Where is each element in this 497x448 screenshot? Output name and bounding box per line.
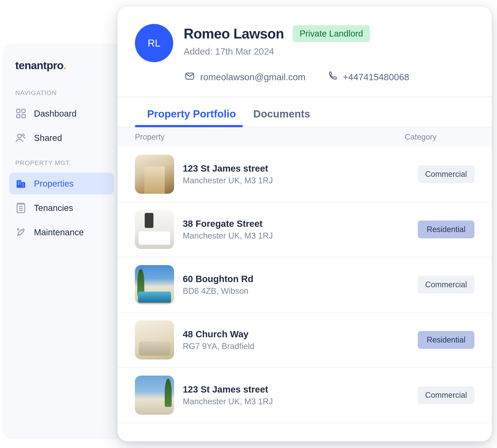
property-text: 60 Boughton Rd BD6 4ZB, Wibson xyxy=(183,274,409,296)
sidebar-item-dashboard[interactable]: Dashboard xyxy=(9,103,114,124)
tabs: Property Portfolio Documents xyxy=(135,97,474,127)
property-text: 48 Church Way RG7 9YA, Bradfield xyxy=(183,329,409,351)
property-thumbnail xyxy=(135,320,174,359)
property-subtitle: Manchester UK, M3 1RJ xyxy=(183,397,409,406)
contact-email[interactable]: romeolawson@gmail.com xyxy=(184,71,305,83)
property-title: 123 St James street xyxy=(183,384,409,395)
sidebar-item-label: Shared xyxy=(34,133,62,143)
svg-rect-2 xyxy=(17,114,20,118)
svg-rect-6 xyxy=(17,180,21,188)
property-subtitle: BD6 4ZB, Wibson xyxy=(183,287,409,296)
table-row[interactable]: 123 St James street Manchester UK, M3 1R… xyxy=(117,147,492,202)
category-badge: Commercial xyxy=(418,165,474,183)
contact-row: romeolawson@gmail.com +447415480068 xyxy=(135,71,474,83)
table-header: Property Category xyxy=(117,127,492,147)
column-header-category: Category xyxy=(405,132,474,142)
tenancies-icon xyxy=(15,202,27,214)
svg-rect-1 xyxy=(22,109,25,113)
profile-info: Romeo Lawson Private Landlord Added: 17t… xyxy=(184,24,474,57)
property-title: 60 Boughton Rd xyxy=(183,274,409,284)
property-subtitle: Manchester UK, M3 1RJ xyxy=(183,176,409,185)
svg-rect-13 xyxy=(23,186,23,186)
tab-property-portfolio[interactable]: Property Portfolio xyxy=(147,108,236,127)
sidebar: tenantpro. NAVIGATION Dashboard Shared P… xyxy=(2,44,124,439)
svg-rect-11 xyxy=(20,184,20,184)
added-date: Added: 17th Mar 2024 xyxy=(184,46,474,57)
brand-dot: . xyxy=(64,59,66,72)
nav-section-label-property-mgt: PROPERTY MGT. xyxy=(15,159,120,167)
sidebar-item-shared[interactable]: Shared xyxy=(9,127,114,149)
property-title: 48 Church Way xyxy=(183,329,409,339)
sidebar-item-label: Tenancies xyxy=(34,203,73,213)
landlord-detail-card: RL Romeo Lawson Private Landlord Added: … xyxy=(117,7,492,441)
table-row[interactable]: 38 Foregate Street Manchester UK, M3 1RJ… xyxy=(117,202,492,257)
brand-logo: tenantpro. xyxy=(15,59,120,72)
sidebar-item-label: Dashboard xyxy=(34,109,77,119)
property-text: 38 Foregate Street Manchester UK, M3 1RJ xyxy=(183,219,409,240)
tab-documents[interactable]: Documents xyxy=(253,108,310,127)
category-badge: Residential xyxy=(418,331,474,349)
sidebar-item-label: Maintenance xyxy=(34,227,84,237)
table-row[interactable]: 60 Boughton Rd BD6 4ZB, Wibson Commercia… xyxy=(117,257,492,313)
svg-rect-10 xyxy=(18,184,19,184)
contact-email-text: romeolawson@gmail.com xyxy=(200,72,305,82)
property-thumbnail xyxy=(135,155,174,194)
svg-rect-8 xyxy=(18,182,19,182)
phone-icon xyxy=(327,71,338,83)
svg-rect-12 xyxy=(23,184,23,184)
landlord-name: Romeo Lawson xyxy=(184,26,284,42)
brand-name: tenantpro xyxy=(15,59,64,72)
sidebar-item-tenancies[interactable]: Tenancies xyxy=(9,197,114,219)
table-row[interactable]: 123 St James street Manchester UK, M3 1R… xyxy=(117,368,492,423)
sidebar-item-maintenance[interactable]: Maintenance xyxy=(9,221,114,243)
svg-point-5 xyxy=(22,134,24,136)
mail-icon xyxy=(184,71,195,83)
dashboard-icon xyxy=(15,108,27,119)
shared-icon xyxy=(15,132,27,144)
category-badge: Commercial xyxy=(418,276,474,294)
sidebar-item-properties[interactable]: Properties xyxy=(9,173,114,194)
landlord-type-badge: Private Landlord xyxy=(293,25,370,42)
maintenance-icon xyxy=(15,227,27,238)
avatar: RL xyxy=(135,24,173,62)
svg-rect-3 xyxy=(22,114,25,118)
contact-phone[interactable]: +447415480068 xyxy=(327,71,409,83)
property-text: 123 St James street Manchester UK, M3 1R… xyxy=(183,384,409,406)
property-thumbnail xyxy=(135,265,174,304)
avatar-initials: RL xyxy=(148,37,161,49)
property-subtitle: RG7 9YA, Bradfield xyxy=(183,342,409,351)
table-row[interactable]: 48 Church Way RG7 9YA, Bradfield Residen… xyxy=(117,313,492,368)
property-thumbnail xyxy=(135,376,174,415)
category-badge: Residential xyxy=(418,221,474,238)
svg-point-18 xyxy=(17,229,19,230)
property-text: 123 St James street Manchester UK, M3 1R… xyxy=(183,163,409,185)
svg-rect-7 xyxy=(21,182,25,188)
properties-icon xyxy=(15,178,27,189)
svg-point-4 xyxy=(18,134,21,138)
property-thumbnail xyxy=(135,210,174,249)
sidebar-item-label: Properties xyxy=(34,179,74,189)
svg-rect-9 xyxy=(20,182,20,182)
contact-phone-text: +447415480068 xyxy=(343,72,409,82)
profile-header: RL Romeo Lawson Private Landlord Added: … xyxy=(135,24,474,62)
category-badge: Commercial xyxy=(418,386,474,404)
property-subtitle: Manchester UK, M3 1RJ xyxy=(183,231,409,240)
property-title: 38 Foregate Street xyxy=(183,219,409,229)
svg-rect-0 xyxy=(17,109,20,113)
nav-section-label-navigation: NAVIGATION xyxy=(15,89,120,96)
property-title: 123 St James street xyxy=(183,163,409,174)
column-header-property: Property xyxy=(135,132,405,142)
